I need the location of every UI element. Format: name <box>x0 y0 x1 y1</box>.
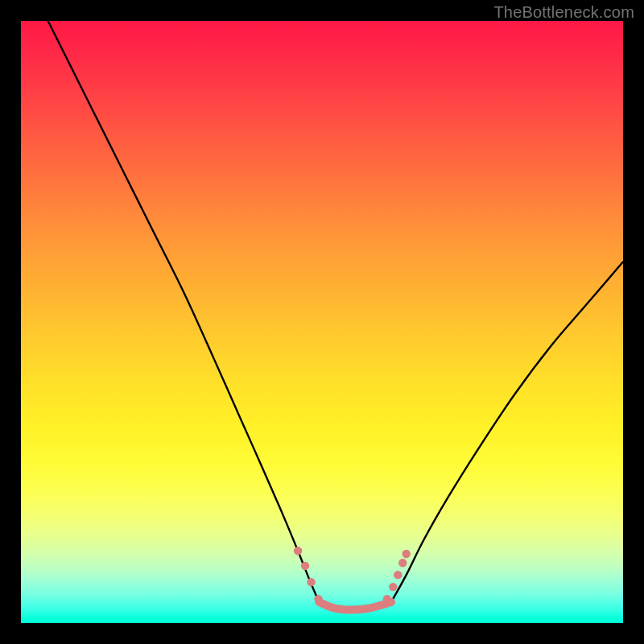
chart-svg <box>21 21 623 623</box>
marker-dot <box>394 571 402 579</box>
marker-dot <box>314 595 322 603</box>
series-right-curve <box>391 262 623 602</box>
marker-dot <box>383 595 391 603</box>
marker-dot <box>402 550 411 558</box>
attribution-label: TheBottleneck.com <box>493 3 634 22</box>
chart-frame: TheBottleneck.com <box>0 0 644 644</box>
marker-dot <box>389 583 397 591</box>
marker-dot <box>294 547 302 555</box>
series-floor-band <box>319 602 391 610</box>
series-left-curve <box>48 21 320 602</box>
marker-dot <box>307 578 315 586</box>
plot-area <box>21 21 623 623</box>
marker-dot <box>301 562 309 570</box>
marker-dot <box>398 559 407 567</box>
